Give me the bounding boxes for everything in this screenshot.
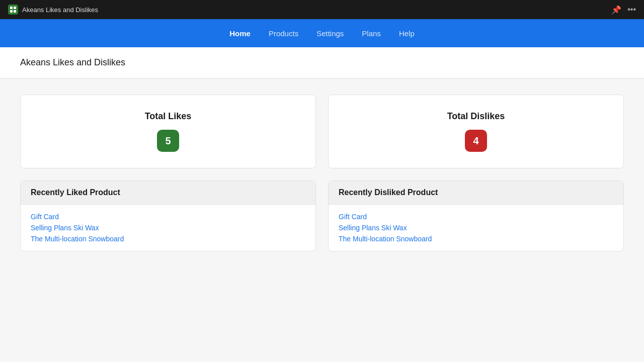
top-bar: Akeans Likes and Dislikes 📌 •••: [0, 0, 644, 19]
svg-rect-0: [10, 7, 13, 9]
liked-product-1[interactable]: Gift Card: [31, 213, 305, 221]
disliked-product-3[interactable]: The Multi-location Snowboard: [339, 235, 613, 243]
products-row: Recently Liked Product Gift Card Selling…: [20, 180, 624, 251]
nav-home[interactable]: Home: [228, 27, 252, 40]
svg-rect-3: [14, 10, 16, 13]
total-dislikes-badge: 4: [465, 130, 487, 152]
liked-product-2[interactable]: Selling Plans Ski Wax: [31, 224, 305, 232]
page-header: Akeans Likes and Dislikes: [0, 47, 644, 78]
nav-help[interactable]: Help: [398, 27, 416, 40]
nav-products[interactable]: Products: [268, 27, 299, 40]
top-bar-left: Akeans Likes and Dislikes: [8, 5, 98, 15]
total-dislikes-label: Total Dislikes: [447, 111, 505, 122]
top-bar-title: Akeans Likes and Dislikes: [22, 6, 98, 14]
pin-icon[interactable]: 📌: [611, 5, 621, 15]
disliked-products-card: Recently Disliked Product Gift Card Sell…: [328, 180, 624, 251]
liked-products-body: Gift Card Selling Plans Ski Wax The Mult…: [21, 205, 315, 251]
disliked-products-header: Recently Disliked Product: [329, 181, 623, 205]
total-likes-label: Total Likes: [145, 111, 192, 122]
total-likes-badge: 5: [157, 130, 179, 152]
liked-products-card: Recently Liked Product Gift Card Selling…: [20, 180, 316, 251]
nav-bar: Home Products Settings Plans Help: [0, 19, 644, 47]
nav-settings[interactable]: Settings: [315, 27, 345, 40]
disliked-products-body: Gift Card Selling Plans Ski Wax The Mult…: [329, 205, 623, 251]
liked-product-3[interactable]: The Multi-location Snowboard: [31, 235, 305, 243]
stats-row: Total Likes 5 Total Dislikes 4: [20, 95, 624, 168]
svg-rect-2: [10, 10, 13, 13]
main-content: Total Likes 5 Total Dislikes 4 Recently …: [0, 78, 644, 280]
page-title: Akeans Likes and Dislikes: [20, 57, 624, 68]
top-bar-actions: 📌 •••: [611, 5, 636, 15]
total-likes-card: Total Likes 5: [20, 95, 316, 168]
app-icon: [8, 5, 18, 15]
nav-plans[interactable]: Plans: [361, 27, 382, 40]
disliked-products-title: Recently Disliked Product: [339, 188, 613, 197]
disliked-product-2[interactable]: Selling Plans Ski Wax: [339, 224, 613, 232]
liked-products-header: Recently Liked Product: [21, 181, 315, 205]
liked-products-title: Recently Liked Product: [31, 188, 305, 197]
disliked-product-1[interactable]: Gift Card: [339, 213, 613, 221]
total-dislikes-card: Total Dislikes 4: [328, 95, 624, 168]
svg-rect-1: [14, 7, 16, 9]
more-icon[interactable]: •••: [627, 5, 636, 14]
